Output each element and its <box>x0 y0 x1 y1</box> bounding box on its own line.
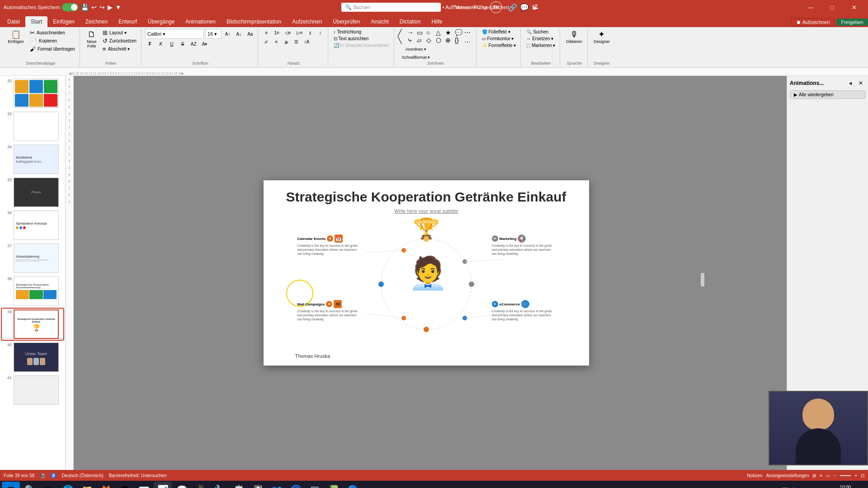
bullets-button[interactable]: ≡ <box>262 29 271 37</box>
font-increase-button[interactable]: A↑ <box>223 30 233 38</box>
format-painter-button[interactable]: 🖌 Format übertragen <box>28 45 77 53</box>
tab-einfuegen[interactable]: Einfügen <box>47 16 80 27</box>
taskbar-app6-icon[interactable]: 🌀 <box>287 482 305 488</box>
slide-item-33[interactable]: 33 <box>2 111 63 142</box>
share-icon[interactable]: 🔗 <box>508 3 517 12</box>
present-btn[interactable]: 📽 <box>532 4 538 11</box>
font-selector[interactable]: Calibri ▾ <box>145 29 204 39</box>
view-slide-icon[interactable]: ▭ <box>826 473 830 478</box>
taskbar-app7-icon[interactable]: 💻 <box>306 482 324 488</box>
shape-7[interactable]: ⊕ <box>445 37 454 44</box>
shape-more[interactable]: ⋯ <box>464 29 473 36</box>
taskbar-firefox-icon[interactable]: 🦊 <box>97 482 115 488</box>
font-size-selector[interactable]: 16 ▾ <box>205 29 222 39</box>
tab-uebergaenge[interactable]: Übergänge <box>142 16 180 27</box>
columns-button[interactable]: ⫿ <box>306 29 315 37</box>
clear-format-button[interactable]: Aa <box>245 30 255 38</box>
search-taskbar-button[interactable]: 🔍 <box>21 482 39 488</box>
taskbar-onenote-icon[interactable]: 📓 <box>249 482 267 488</box>
text-direction2-button[interactable]: ↕ Textrichtung <box>332 29 363 35</box>
slide-canvas[interactable]: Strategische Kooperation Getränke Einkau… <box>264 180 589 366</box>
reset-button[interactable]: ↺ Zurücksetzen <box>101 37 138 45</box>
view-normal-icon[interactable]: ⊞ <box>812 473 816 478</box>
tab-praesentation[interactable]: Bildschirmpräsentation <box>221 16 287 27</box>
slide-item-41[interactable]: 41 <box>2 375 63 406</box>
maximize-button[interactable]: □ <box>822 0 843 14</box>
tab-animationen[interactable]: Animationen <box>180 16 221 27</box>
shape-3[interactable]: ⤷ <box>407 37 416 44</box>
indent-more-button[interactable]: ▷≡ <box>294 29 305 37</box>
paste-button[interactable]: 📋 Einfügen <box>5 29 27 45</box>
taskbar-explorer-icon[interactable]: 📁 <box>78 482 96 488</box>
align-center-button[interactable]: ≡ <box>272 38 281 46</box>
shadow-button[interactable]: AZ <box>189 40 199 48</box>
taskbar-chrome-icon[interactable]: ⬤ <box>116 482 134 488</box>
line-spacing-button[interactable]: ↕ <box>316 29 325 37</box>
align-right-button[interactable]: ⫺ <box>282 38 291 46</box>
start-button[interactable]: ⊞ <box>2 482 20 488</box>
tab-zeichnen[interactable]: Zeichnen <box>80 16 113 27</box>
minimize-button[interactable]: — <box>800 0 821 14</box>
strikethrough-button[interactable]: S <box>178 40 188 48</box>
view-outline-icon[interactable]: ≡ <box>820 473 822 478</box>
zoom-out-icon[interactable]: − <box>834 473 836 478</box>
arrange-button[interactable]: Anordnen ▾ <box>400 46 433 53</box>
tab-ueberpruefen[interactable]: Überprüfen <box>327 16 365 27</box>
play-all-button[interactable]: ▶ Alle wiedergeben <box>790 90 865 99</box>
effects-button[interactable]: ✨ Formeffekte ▾ <box>480 42 518 48</box>
taskbar-app5-icon[interactable]: 📋 <box>230 482 248 488</box>
align-text-button[interactable]: ⊡ Text ausrichten <box>332 36 371 42</box>
layout-button[interactable]: ⊞ Layout ▾ <box>101 29 138 37</box>
tab-ansicht[interactable]: Ansicht <box>365 16 394 27</box>
designer-button[interactable]: ✦ Designer <box>591 29 612 45</box>
shape-rect[interactable]: ▭ <box>417 29 426 36</box>
taskbar-powerpoint-icon[interactable]: 📊 <box>154 482 172 488</box>
justify-button[interactable]: ☰ <box>292 38 301 46</box>
present-icon[interactable]: ▶ <box>108 4 113 11</box>
tab-dictation[interactable]: Dictation <box>394 16 426 27</box>
slide-item-39[interactable]: 39 Strategische Kooperation Getränke Ein… <box>2 309 63 340</box>
record-button[interactable]: ⏺ Aufzeichnen <box>791 18 835 26</box>
zoom-in-icon[interactable]: + <box>854 473 857 478</box>
tab-datei[interactable]: Datei <box>2 16 25 27</box>
new-slide-button[interactable]: 🗋 NeueFolie <box>84 29 100 50</box>
more-icon[interactable]: ▼ <box>115 4 122 11</box>
slide-item-38[interactable]: 38 Strategische Kooperation Zusammenfass… <box>2 276 63 307</box>
shape-line[interactable]: ╱ <box>398 29 407 36</box>
slide-item-40[interactable]: 40 Unser Team <box>2 342 63 373</box>
slide-item-34[interactable]: 34 Sichtblend Auftragsplan Kurz... <box>2 144 63 175</box>
align-left-button[interactable]: ⫻ <box>262 38 271 46</box>
taskbar-app4-icon[interactable]: 🔧 <box>211 482 229 488</box>
fill-button[interactable]: 🪣 Fülleffekt ▾ <box>480 29 512 35</box>
comments-icon[interactable]: 💬 <box>520 3 529 12</box>
italic-button[interactable]: K <box>156 40 166 48</box>
slide-item-36[interactable]: 36 Spielplakon Konzept <box>2 210 63 241</box>
outline-button[interactable]: ▭ Formkontur ▾ <box>480 36 516 42</box>
copy-button[interactable]: 📄 Kopieren <box>28 37 77 45</box>
taskbar-excel-icon[interactable]: 📗 <box>325 482 343 488</box>
shape-9[interactable]: … <box>464 37 473 44</box>
task-view-button[interactable]: ⧉ <box>40 482 58 488</box>
shape-triangle[interactable]: △ <box>436 29 445 36</box>
tab-hilfe[interactable]: Hilfe <box>426 16 448 27</box>
dictate-button[interactable]: 🎙 Diktieren <box>564 29 585 45</box>
autosave-toggle[interactable] <box>62 3 78 11</box>
shape-oval[interactable]: ○ <box>426 29 435 36</box>
numbering-button[interactable]: 1≡ <box>272 29 281 37</box>
fit-page-icon[interactable]: ⊡ <box>861 473 864 478</box>
shape-6[interactable]: ⬡ <box>436 37 445 44</box>
font-decrease-button[interactable]: A↓ <box>234 30 244 38</box>
shape-4[interactable]: ▱ <box>417 37 426 44</box>
resize-handle[interactable] <box>701 273 704 286</box>
shape-8[interactable]: {} <box>455 37 464 44</box>
taskbar-app8-icon[interactable]: 🔵 <box>344 482 362 488</box>
undo-icon[interactable]: ↩ <box>91 4 97 11</box>
redo-icon[interactable]: ↪ <box>99 4 105 11</box>
replace-button[interactable]: ↔ Ersetzen ▾ <box>524 36 555 42</box>
tab-aufzeichnen[interactable]: Aufzeichnen <box>287 16 327 27</box>
section-button[interactable]: ≡ Abschnitt ▾ <box>101 45 138 53</box>
shape-2[interactable]: ╲ <box>398 37 407 44</box>
indent-less-button[interactable]: ◁≡ <box>283 29 293 37</box>
taskbar-app2-icon[interactable]: 💬 <box>173 482 191 488</box>
smartart-button[interactable]: 🔄 In SmartArt konvertieren <box>332 42 391 48</box>
